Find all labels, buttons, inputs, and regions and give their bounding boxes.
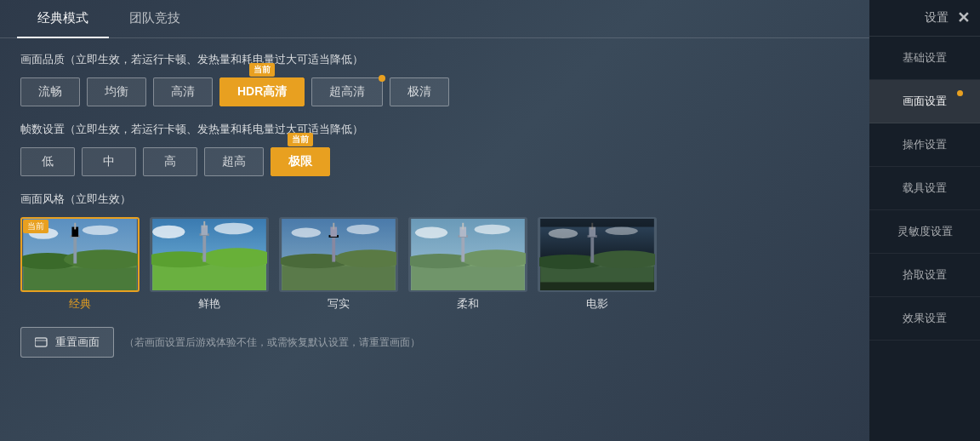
sidebar-item-effects[interactable]: 效果设置 xyxy=(869,297,980,341)
svg-rect-41 xyxy=(462,223,464,230)
svg-point-31 xyxy=(292,228,321,238)
tab-team[interactable]: 团队竞技 xyxy=(109,0,201,38)
reset-label: 重置画面 xyxy=(55,335,100,350)
reset-button[interactable]: 重置画面 xyxy=(20,327,114,358)
svg-point-56 xyxy=(606,227,638,236)
style-vivid-img xyxy=(150,217,269,292)
style-vivid[interactable]: 鲜艳 xyxy=(150,217,269,312)
quality-label: 画面品质（立即生效，若运行卡顿、发热量和耗电量过大可适当降低） xyxy=(20,52,849,67)
style-soft-img xyxy=(408,217,527,292)
fps-ultra[interactable]: 超高 xyxy=(204,147,264,176)
style-cinema-img xyxy=(538,217,657,292)
svg-rect-30 xyxy=(333,223,334,230)
style-soft-label: 柔和 xyxy=(408,296,527,312)
sidebar-item-controls[interactable]: 操作设置 xyxy=(869,123,980,167)
svg-rect-57 xyxy=(35,338,47,346)
sidebar-header: 设置 ✕ xyxy=(869,0,980,37)
fps-section: 帧数设置（立即生效，若运行卡顿、发热量和耗电量过大可适当降低） 低 中 高 超高… xyxy=(20,122,849,176)
quality-balanced[interactable]: 均衡 xyxy=(87,77,146,106)
sidebar: 设置 ✕ 基础设置 画面设置 操作设置 载具设置 灵敏度设置 拾取设置 效果设置 xyxy=(869,0,980,441)
fps-high[interactable]: 高 xyxy=(143,147,197,176)
reset-bar: 重置画面 （若画面设置后游戏体验不佳，或需恢复默认设置，请重置画面） xyxy=(20,327,849,358)
svg-point-55 xyxy=(549,228,578,238)
quality-extreme[interactable]: 极清 xyxy=(390,77,449,106)
quality-ultra[interactable]: 超高清 xyxy=(311,77,383,106)
style-soft[interactable]: 柔和 xyxy=(408,217,527,312)
quality-section: 画面品质（立即生效，若运行卡顿、发热量和耗电量过大可适当降低） 流畅 均衡 高清… xyxy=(20,52,849,106)
hdr-current-tag: 当前 xyxy=(249,63,275,77)
quality-btn-group: 流畅 均衡 高清 当前 HDR高清 超高清 极清 xyxy=(20,77,849,106)
fps-low[interactable]: 低 xyxy=(20,147,75,176)
style-vivid-label: 鲜艳 xyxy=(150,296,269,312)
svg-point-43 xyxy=(475,225,510,234)
style-classic-label: 经典 xyxy=(20,296,140,312)
sidebar-item-vehicle[interactable]: 载具设置 xyxy=(869,167,980,210)
content-area: 画面品质（立即生效，若运行卡顿、发热量和耗电量过大可适当降低） 流畅 均衡 高清… xyxy=(0,38,869,371)
svg-rect-38 xyxy=(461,235,464,262)
svg-rect-19 xyxy=(203,221,205,228)
style-classic[interactable]: 当前 经典 xyxy=(20,217,140,312)
svg-point-20 xyxy=(152,226,185,238)
quality-hdr[interactable]: 当前 HDR高清 xyxy=(219,77,305,106)
tab-classic[interactable]: 经典模式 xyxy=(17,0,109,38)
svg-rect-5 xyxy=(73,235,77,263)
svg-rect-53 xyxy=(540,219,654,227)
style-section: 画面风格（立即生效） xyxy=(20,192,849,312)
svg-point-10 xyxy=(83,226,118,235)
style-cards: 当前 经典 xyxy=(20,217,849,312)
fps-current-tag: 当前 xyxy=(288,133,313,146)
sidebar-item-basic[interactable]: 基础设置 xyxy=(869,37,980,80)
svg-rect-27 xyxy=(332,235,335,262)
sidebar-item-pickup[interactable]: 拾取设置 xyxy=(869,254,980,297)
close-button[interactable]: ✕ xyxy=(957,9,970,27)
tab-bar: 经典模式 团队竞技 xyxy=(0,0,869,38)
main-panel: 经典模式 团队竞技 画面品质（立即生效，若运行卡顿、发热量和耗电量过大可适当降低… xyxy=(0,0,869,441)
style-realistic[interactable]: 写实 xyxy=(279,217,398,312)
svg-rect-8 xyxy=(74,223,76,230)
ultra-dot xyxy=(379,75,385,82)
fps-label: 帧数设置（立即生效，若运行卡顿、发热量和耗电量过大可适当降低） xyxy=(20,122,849,137)
graphics-dot xyxy=(957,90,963,96)
reset-hint: （若画面设置后游戏体验不佳，或需恢复默认设置，请重置画面） xyxy=(124,335,420,350)
svg-rect-58 xyxy=(35,340,47,341)
svg-point-21 xyxy=(214,223,254,234)
style-cinema-label: 电影 xyxy=(538,296,657,312)
sidebar-title: 设置 xyxy=(925,10,949,26)
reset-icon xyxy=(35,337,48,347)
sidebar-item-graphics[interactable]: 画面设置 xyxy=(869,80,980,123)
sidebar-item-sensitivity[interactable]: 灵敏度设置 xyxy=(869,210,980,254)
svg-point-42 xyxy=(415,227,447,238)
fps-mid[interactable]: 中 xyxy=(82,147,136,176)
fps-extreme[interactable]: 当前 极限 xyxy=(271,147,330,176)
style-cinema[interactable]: 电影 xyxy=(538,217,657,312)
quality-smooth[interactable]: 流畅 xyxy=(20,77,80,106)
fps-btn-group: 低 中 高 超高 当前 极限 xyxy=(20,147,849,176)
style-label: 画面风格（立即生效） xyxy=(20,192,849,207)
style-classic-tag: 当前 xyxy=(23,220,48,233)
svg-point-32 xyxy=(347,225,379,234)
quality-hd[interactable]: 高清 xyxy=(153,77,213,106)
svg-rect-16 xyxy=(202,233,206,261)
svg-rect-49 xyxy=(590,235,594,262)
style-realistic-img xyxy=(279,217,398,292)
style-realistic-label: 写实 xyxy=(279,296,398,312)
svg-rect-54 xyxy=(540,282,654,290)
